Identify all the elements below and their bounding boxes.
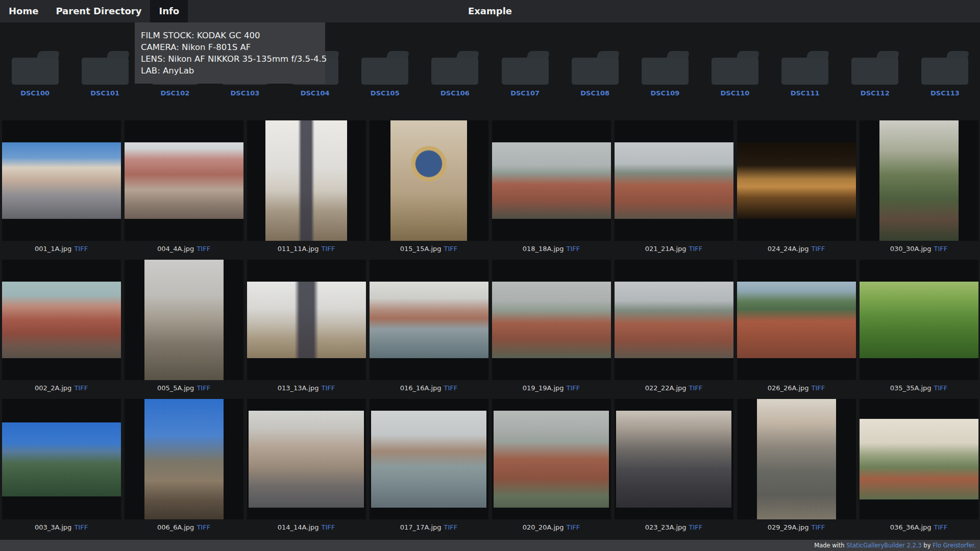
photo-caption: 029_29A.jpgTIFF [768, 523, 825, 531]
tiff-link[interactable]: TIFF [74, 384, 88, 392]
photo-thumbnail[interactable] [757, 399, 836, 519]
folder-label[interactable]: DSC112 [861, 89, 890, 97]
folder-item[interactable]: DSC101 [70, 51, 140, 97]
folder-icon[interactable] [502, 51, 549, 85]
folder-label[interactable]: DSC108 [580, 89, 609, 97]
photo-thumbnail[interactable] [2, 282, 121, 358]
folder-item[interactable]: DSC107 [490, 51, 560, 97]
photo-thumbnail[interactable] [144, 399, 224, 519]
footer-link-staticgallerybuilder[interactable]: StaticGalleryBuilder 2.2.3 [846, 542, 921, 549]
folder-label[interactable]: DSC106 [440, 89, 470, 97]
photo-filename: 013_13A.jpg [278, 384, 319, 392]
photo-thumbnail[interactable] [390, 120, 467, 241]
tiff-link[interactable]: TIFF [567, 384, 580, 392]
photo-cell: 022_22A.jpgTIFF [615, 260, 733, 399]
tiff-link[interactable]: TIFF [689, 384, 703, 392]
tiff-link[interactable]: TIFF [74, 523, 88, 531]
folder-label[interactable]: DSC105 [371, 89, 400, 97]
folder-label[interactable]: DSC109 [650, 89, 679, 97]
photo-thumbnail[interactable] [615, 142, 733, 219]
photo-thumbnail[interactable] [494, 411, 609, 508]
photo-thumbnail[interactable] [879, 120, 959, 241]
photo-thumbnail[interactable] [2, 422, 121, 496]
photo-thumbnail[interactable] [616, 411, 731, 508]
folder-body [82, 58, 129, 85]
photo-caption: 014_14A.jpgTIFF [278, 523, 335, 531]
photo-thumbnail[interactable] [371, 411, 486, 508]
photo-thumbnail[interactable] [615, 282, 733, 358]
tiff-link[interactable]: TIFF [197, 245, 210, 253]
tiff-link[interactable]: TIFF [322, 384, 335, 392]
photo-thumbnail[interactable] [144, 260, 224, 380]
nav-item-home[interactable]: Home [0, 0, 47, 22]
folder-icon[interactable] [642, 51, 689, 85]
folder-icon[interactable] [781, 51, 828, 85]
tiff-link[interactable]: TIFF [444, 245, 458, 253]
photo-thumbnail[interactable] [860, 282, 978, 358]
folder-item[interactable]: DSC110 [700, 51, 770, 97]
info-tooltip: FILM STOCK: KODAK GC 400 CAMERA: Nikon F… [135, 22, 325, 84]
footer-link-author[interactable]: Flo Greistorfer. [933, 542, 976, 549]
photo-thumbnail[interactable] [125, 142, 243, 219]
folder-label[interactable]: DSC111 [791, 89, 820, 97]
folder-icon[interactable] [851, 51, 898, 85]
folder-item[interactable]: DSC111 [770, 51, 840, 97]
folder-label[interactable]: DSC101 [90, 89, 119, 97]
tiff-link[interactable]: TIFF [444, 523, 458, 531]
photo-thumbnail[interactable] [247, 282, 366, 358]
folder-icon[interactable] [921, 51, 968, 85]
folder-icon[interactable] [431, 51, 478, 85]
photo-thumbnail[interactable] [370, 282, 488, 358]
tiff-link[interactable]: TIFF [567, 245, 580, 253]
folder-item[interactable]: DSC112 [840, 51, 910, 97]
folder-icon[interactable] [361, 51, 408, 85]
folder-item[interactable]: DSC109 [630, 51, 700, 97]
photo-thumbnail[interactable] [492, 282, 611, 358]
tiff-link[interactable]: TIFF [322, 523, 335, 531]
tiff-link[interactable]: TIFF [567, 523, 580, 531]
photo-filename: 023_23A.jpg [645, 523, 687, 531]
folder-label[interactable]: DSC103 [231, 89, 260, 97]
folder-label[interactable]: DSC104 [301, 89, 330, 97]
tiff-link[interactable]: TIFF [444, 384, 458, 392]
folder-label[interactable]: DSC107 [510, 89, 540, 97]
photo-cell: 024_24A.jpgTIFF [737, 120, 856, 260]
tiff-link[interactable]: TIFF [197, 523, 210, 531]
folder-item[interactable]: DSC100 [0, 51, 70, 97]
folder-label[interactable]: DSC110 [721, 89, 750, 97]
photo-thumbnail[interactable] [492, 142, 611, 219]
folder-label[interactable]: DSC100 [20, 89, 50, 97]
tiff-link[interactable]: TIFF [812, 384, 825, 392]
tiff-link[interactable]: TIFF [934, 384, 948, 392]
photo-caption: 022_22A.jpgTIFF [645, 384, 703, 392]
folder-icon[interactable] [712, 51, 758, 85]
folder-icon[interactable] [572, 51, 619, 85]
tiff-link[interactable]: TIFF [689, 523, 703, 531]
photo-thumbnail[interactable] [860, 419, 978, 499]
tiff-link[interactable]: TIFF [934, 523, 948, 531]
tiff-link[interactable]: TIFF [322, 245, 335, 253]
folder-body [12, 58, 59, 85]
tiff-link[interactable]: TIFF [197, 384, 210, 392]
folder-body [502, 58, 549, 85]
photo-thumbnail[interactable] [2, 142, 121, 219]
tiff-link[interactable]: TIFF [689, 245, 703, 253]
photo-thumbnail[interactable] [737, 142, 856, 219]
photo-thumbnail[interactable] [265, 120, 347, 241]
tiff-link[interactable]: TIFF [74, 245, 88, 253]
tiff-link[interactable]: TIFF [812, 523, 825, 531]
folder-icon[interactable] [12, 51, 59, 85]
folder-item[interactable]: DSC108 [560, 51, 630, 97]
tiff-link[interactable]: TIFF [934, 245, 948, 253]
folder-item[interactable]: DSC106 [420, 51, 490, 97]
tiff-link[interactable]: TIFF [812, 245, 825, 253]
folder-item[interactable]: DSC113 [910, 51, 980, 97]
folder-label[interactable]: DSC113 [930, 89, 960, 97]
photo-thumbnail[interactable] [737, 282, 856, 358]
folder-icon[interactable] [82, 51, 129, 85]
folder-item[interactable]: DSC105 [350, 51, 420, 97]
nav-item-info[interactable]: Info [150, 0, 188, 22]
nav-item-parent-directory[interactable]: Parent Directory [47, 0, 150, 22]
photo-thumbnail[interactable] [249, 411, 364, 508]
folder-label[interactable]: DSC102 [160, 89, 189, 97]
